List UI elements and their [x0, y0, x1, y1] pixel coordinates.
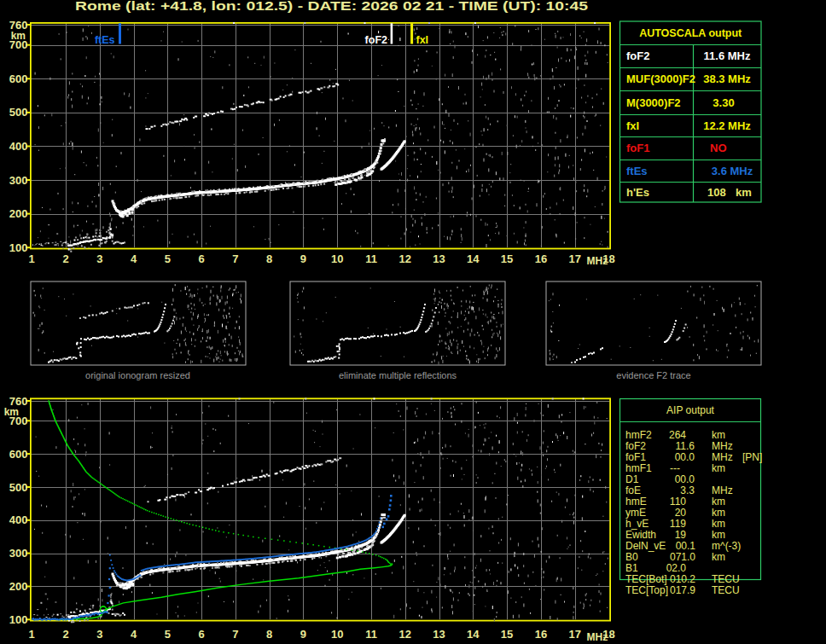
- svg-text:eliminate multiple reflections: eliminate multiple reflections: [339, 370, 457, 380]
- svg-text:010.2: 010.2: [670, 573, 695, 585]
- svg-text:00.0: 00.0: [675, 473, 695, 485]
- svg-text:original ionogram resized: original ionogram resized: [85, 370, 190, 380]
- svg-text:8: 8: [266, 628, 272, 641]
- svg-text:02.0: 02.0: [666, 562, 687, 574]
- svg-text:400: 400: [9, 140, 28, 153]
- svg-text:foF1: foF1: [625, 451, 646, 463]
- svg-text:foE: foE: [625, 484, 641, 496]
- svg-text:km: km: [4, 406, 19, 418]
- svg-text:foF2: foF2: [625, 440, 646, 452]
- svg-text:14: 14: [467, 628, 480, 641]
- svg-text:TECU: TECU: [712, 584, 740, 596]
- svg-text:AIP output: AIP output: [666, 404, 714, 416]
- svg-text:m^(-3): m^(-3): [712, 540, 741, 552]
- svg-text:17: 17: [568, 252, 580, 265]
- svg-text:108: 108: [707, 186, 726, 199]
- svg-text:h_vE: h_vE: [625, 518, 649, 530]
- svg-text:MHz: MHz: [587, 255, 608, 267]
- svg-text:TEC[Bot]: TEC[Bot]: [625, 573, 667, 585]
- svg-text:264: 264: [669, 429, 686, 441]
- svg-text:15: 15: [501, 252, 513, 265]
- svg-text:11.6 MHz: 11.6 MHz: [704, 49, 751, 62]
- svg-text:200: 200: [9, 580, 28, 593]
- svg-text:16: 16: [535, 628, 547, 641]
- svg-text:Rome (lat: +41.8, lon: 012.5): Rome (lat: +41.8, lon: 012.5) - DATE: 20…: [75, 0, 588, 13]
- svg-text:2: 2: [62, 628, 68, 641]
- svg-text:12: 12: [399, 252, 411, 265]
- svg-text:400: 400: [9, 513, 28, 526]
- svg-text:20: 20: [675, 507, 687, 519]
- svg-text:3: 3: [96, 628, 102, 641]
- svg-text:---: ---: [670, 462, 680, 474]
- svg-text:AUTOSCALA output: AUTOSCALA output: [639, 27, 742, 39]
- svg-text:00.1: 00.1: [676, 540, 696, 552]
- svg-text:6: 6: [198, 628, 204, 641]
- svg-text:ftEs: ftEs: [626, 165, 648, 177]
- svg-text:13: 13: [433, 628, 445, 641]
- svg-text:B0: B0: [625, 551, 638, 563]
- svg-text:fxI: fxI: [416, 34, 429, 46]
- svg-text:km: km: [712, 507, 725, 519]
- svg-text:3: 3: [96, 252, 102, 265]
- svg-text:500: 500: [9, 481, 28, 494]
- svg-text:fxI: fxI: [626, 119, 639, 132]
- svg-text:15: 15: [501, 628, 513, 641]
- svg-text:km: km: [712, 551, 725, 563]
- svg-text:km: km: [712, 496, 725, 508]
- svg-text:600: 600: [9, 73, 28, 85]
- svg-text:300: 300: [9, 547, 28, 560]
- svg-text:hmE: hmE: [625, 496, 647, 508]
- svg-text:11.6: 11.6: [676, 440, 695, 452]
- svg-text:MHz: MHz: [712, 451, 733, 463]
- svg-text:foF2: foF2: [626, 49, 649, 62]
- svg-text:100: 100: [9, 613, 28, 626]
- svg-text:00.0: 00.0: [675, 451, 695, 463]
- svg-text:ftEs: ftEs: [95, 34, 115, 46]
- svg-text:foF2: foF2: [365, 34, 387, 46]
- svg-text:38.3 MHz: 38.3 MHz: [703, 73, 751, 85]
- svg-text:5: 5: [165, 628, 171, 641]
- svg-text:B1: B1: [625, 562, 638, 574]
- svg-text:300: 300: [9, 174, 28, 187]
- svg-text:Ewidth: Ewidth: [625, 529, 656, 541]
- svg-text:16: 16: [535, 252, 547, 265]
- svg-text:11: 11: [365, 628, 377, 641]
- svg-text:D1: D1: [625, 473, 639, 485]
- svg-text:13: 13: [433, 252, 445, 265]
- svg-text:km: km: [712, 429, 725, 441]
- svg-text:17: 17: [568, 628, 580, 641]
- svg-text:MUF(3000)F2: MUF(3000)F2: [626, 73, 695, 85]
- svg-text:5: 5: [165, 252, 171, 265]
- svg-text:12: 12: [399, 628, 411, 641]
- svg-text:12.2 MHz: 12.2 MHz: [703, 119, 751, 132]
- svg-text:1: 1: [29, 628, 35, 641]
- svg-text:7: 7: [232, 628, 238, 641]
- svg-text:3.30: 3.30: [713, 96, 734, 109]
- svg-text:19: 19: [675, 529, 687, 541]
- svg-text:km: km: [11, 30, 26, 42]
- svg-text:200: 200: [9, 207, 28, 220]
- svg-text:4: 4: [131, 628, 137, 641]
- svg-text:MHz: MHz: [712, 484, 733, 496]
- svg-text:6: 6: [198, 252, 204, 265]
- svg-text:km: km: [736, 186, 752, 199]
- svg-text:4: 4: [131, 252, 137, 265]
- svg-text:TEC[Top]: TEC[Top]: [625, 584, 668, 596]
- svg-text:km: km: [712, 462, 725, 474]
- svg-text:119: 119: [670, 518, 686, 530]
- svg-text:110: 110: [670, 496, 686, 508]
- svg-text:100: 100: [9, 241, 28, 254]
- svg-text:hmF1: hmF1: [625, 462, 652, 474]
- svg-text:10: 10: [331, 628, 343, 641]
- svg-text:8: 8: [266, 252, 272, 265]
- svg-text:MHz: MHz: [712, 440, 733, 452]
- svg-text:600: 600: [9, 448, 28, 461]
- svg-text:NO: NO: [710, 142, 727, 154]
- svg-text:h'Es: h'Es: [626, 186, 649, 199]
- svg-text:500: 500: [9, 106, 28, 119]
- svg-text:[PN]: [PN]: [742, 451, 762, 463]
- svg-text:2: 2: [62, 252, 68, 265]
- svg-text:TECU: TECU: [712, 573, 740, 585]
- svg-text:evidence F2 trace: evidence F2 trace: [616, 370, 690, 380]
- svg-text:14: 14: [467, 252, 480, 265]
